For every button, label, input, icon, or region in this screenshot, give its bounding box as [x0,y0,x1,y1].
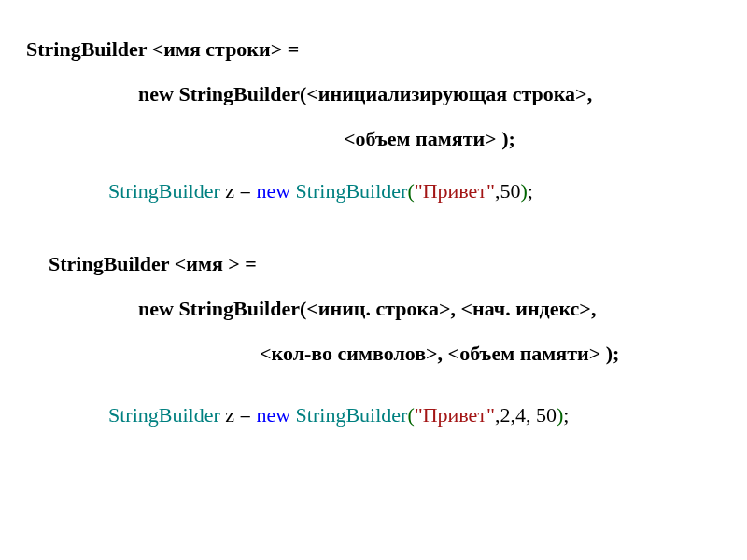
var-decl: z = [225,179,256,203]
args: ,50 [495,179,521,203]
example1: StringBuilder z = new StringBuilder("При… [108,179,721,203]
syntax2-line3-rest: <кол-во символов>, <объем памяти> ); [260,342,619,365]
syntax1-line3: <объем памяти> ); [344,127,721,151]
syntax2-line2: new StringBuilder(<иниц. строка>, <нач. … [138,297,721,321]
paren-open: ( [407,403,414,427]
var-decl: z = [225,403,256,427]
constructor-name: StringBuilder [296,179,408,203]
type-name: StringBuilder [108,179,225,203]
keyword-stringbuilder: StringBuilder [49,252,169,275]
new-keyword: new [256,179,295,203]
keyword-new: new [138,297,178,320]
args: ,2,4, 50 [495,403,557,427]
keyword-stringbuilder: StringBuilder [26,37,147,61]
syntax1-line2-rest: (<инициализирующая строка>, [300,82,592,105]
syntax1-line1-rest: <имя строки> = [147,37,299,61]
syntax1-line1: StringBuilder <имя строки> = [26,37,721,62]
new-keyword: new [256,403,295,427]
paren-open: ( [407,179,414,203]
syntax1-line3-rest: <объем памяти> ); [344,127,515,150]
example2: StringBuilder z = new StringBuilder("При… [108,403,721,427]
paren-close: ) [520,179,527,203]
semicolon: ; [528,179,533,203]
string-literal: "Привет" [415,403,495,427]
keyword-stringbuilder: StringBuilder [178,82,300,105]
keyword-stringbuilder: StringBuilder [178,297,300,320]
syntax1-line2: new StringBuilder(<инициализирующая стро… [138,82,721,106]
constructor-name: StringBuilder [296,403,408,427]
syntax2-line2-rest: (<иниц. строка>, <нач. индекс>, [300,297,596,320]
string-literal: "Привет" [415,179,495,203]
type-name: StringBuilder [108,403,225,427]
syntax2-line1-rest: <имя > = [169,252,257,275]
semicolon: ; [563,403,569,427]
slide-content: StringBuilder <имя строки> = new StringB… [0,0,747,446]
syntax2-line1: StringBuilder <имя > = [49,252,721,276]
keyword-new: new [138,82,178,105]
syntax2-line3: <кол-во символов>, <объем памяти> ); [260,342,721,366]
